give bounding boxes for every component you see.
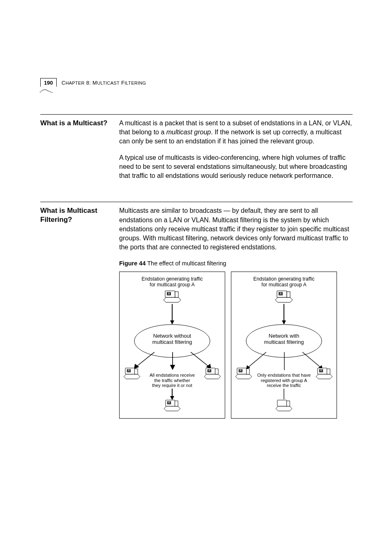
- svg-text:A: A: [128, 369, 130, 372]
- diagram-top-label: Endstation generating trafficfor multica…: [123, 276, 221, 288]
- figure-title: The effect of multicast filtering: [145, 260, 226, 267]
- chapter-label: CHAPTER 8: MULTICAST FILTERING: [62, 80, 146, 86]
- diagram-top-label: Endstation generating trafficfor multica…: [235, 276, 333, 288]
- network-label: Network withoutmulticast filtering: [120, 333, 225, 345]
- network-label: Network withmulticast filtering: [231, 333, 337, 345]
- svg-rect-59: [277, 400, 287, 406]
- diagram-panel-with-filtering: Endstation generating trafficfor multica…: [231, 272, 337, 419]
- svg-text:A: A: [168, 401, 170, 404]
- main-content: What is a Multicast? A multicast is a pa…: [40, 114, 353, 433]
- svg-point-2: [42, 90, 43, 91]
- svg-point-0: [40, 92, 41, 92]
- svg-point-8: [50, 92, 51, 92]
- section-heading: What is Multicast Filtering?: [40, 206, 119, 418]
- svg-point-6: [47, 90, 48, 91]
- section-what-is-multicast: What is a Multicast? A multicast is a pa…: [40, 114, 353, 188]
- arrow-down-icon: [169, 389, 175, 400]
- computer-icon: A: [163, 399, 181, 413]
- svg-rect-37: [175, 401, 178, 406]
- arrow-down-icon: [169, 304, 175, 325]
- section-heading: What is a Multicast?: [40, 119, 119, 188]
- running-header: 190 CHAPTER 8: MULTICAST FILTERING: [40, 78, 146, 87]
- svg-rect-60: [287, 401, 290, 406]
- figure-number: Figure 44: [119, 260, 145, 267]
- computer-icon: A: [274, 290, 293, 305]
- diagram-panel-without-filtering: Endstation generating trafficfor multica…: [119, 272, 225, 419]
- computer-icon: A: [163, 290, 182, 305]
- svg-line-45: [248, 352, 266, 368]
- section-body: Multicasts are similar to broadcasts — b…: [119, 206, 353, 418]
- figure-panels: Endstation generating trafficfor multica…: [119, 272, 353, 419]
- svg-text:A: A: [208, 369, 210, 372]
- diagram-bottom-label: Only endstations that haveregistered wit…: [231, 373, 337, 388]
- svg-line-18: [136, 352, 154, 367]
- paragraph: Multicasts are similar to broadcasts — b…: [119, 206, 353, 251]
- svg-point-5: [46, 90, 47, 90]
- paragraph: A typical use of multicasts is video-con…: [119, 153, 353, 180]
- svg-text:A: A: [240, 369, 242, 372]
- svg-point-1: [41, 91, 42, 92]
- arrow-down-icon: [281, 304, 287, 325]
- svg-text:A: A: [280, 292, 282, 295]
- svg-text:A: A: [320, 369, 322, 372]
- svg-point-10: [52, 92, 53, 93]
- svg-line-47: [302, 352, 321, 368]
- page-number: 190: [40, 78, 57, 87]
- line-down-icon: [281, 389, 287, 400]
- dots-decoration-icon: [39, 88, 56, 94]
- figure-caption: Figure 44 The effect of multicast filter…: [119, 259, 353, 267]
- diagram-bottom-label: All endstations receivethe traffic wheth…: [120, 373, 225, 388]
- svg-rect-41: [287, 292, 290, 297]
- svg-line-22: [191, 352, 209, 367]
- section-body: A multicast is a packet that is sent to …: [119, 119, 353, 188]
- svg-text:A: A: [168, 292, 170, 295]
- svg-rect-14: [175, 292, 178, 297]
- paragraph: A multicast is a packet that is sent to …: [119, 119, 353, 146]
- svg-point-9: [51, 92, 52, 93]
- svg-marker-21: [171, 365, 175, 369]
- svg-point-3: [44, 90, 44, 90]
- computer-icon: [275, 399, 293, 413]
- svg-point-4: [45, 89, 46, 90]
- svg-point-7: [48, 91, 49, 92]
- section-what-is-multicast-filtering: What is Multicast Filtering? Multicasts …: [40, 202, 353, 418]
